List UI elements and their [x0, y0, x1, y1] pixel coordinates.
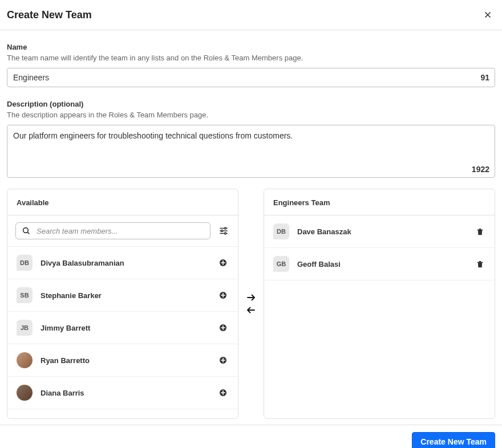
name-char-count: 91 [480, 73, 489, 82]
list-item: JBJimmy Barrett [7, 312, 238, 344]
remove-member-button[interactable] [475, 226, 485, 237]
avatar: DB [17, 255, 33, 271]
list-item: DBDivya Balasubramanian [7, 247, 238, 279]
search-input[interactable] [37, 227, 204, 235]
avatar: DB [273, 223, 289, 239]
trash-icon [476, 260, 484, 268]
member-name: Jimmy Barrett [41, 324, 209, 332]
member-name: Stephanie Barker [41, 291, 209, 300]
team-list[interactable]: DBDave BanaszakGBGeoff Balasi [264, 215, 495, 418]
arrow-left-icon [245, 305, 257, 315]
team-name-input[interactable] [7, 68, 495, 87]
name-label: Name [7, 43, 495, 51]
name-hint: The team name will identify the team in … [7, 54, 495, 62]
filter-icon [218, 226, 229, 236]
member-name: Ryan Barretto [41, 356, 209, 365]
close-button[interactable] [480, 7, 495, 22]
list-item: DBDave Banaszak [264, 215, 495, 248]
avatar [17, 385, 33, 401]
filter-button[interactable] [217, 225, 230, 237]
close-icon [483, 10, 493, 20]
transfer-arrows [245, 292, 257, 315]
trash-icon [476, 227, 484, 236]
add-member-button[interactable] [217, 290, 229, 301]
available-panel: Available DBDivya BalasubramanianSBSteph… [7, 189, 238, 419]
team-panel: Engineers Team DBDave BanaszakGBGeoff Ba… [264, 189, 495, 419]
add-member-button[interactable] [217, 355, 229, 366]
add-member-button[interactable] [217, 387, 229, 398]
available-title: Available [7, 189, 238, 215]
svg-point-1 [225, 227, 226, 229]
add-icon [218, 258, 228, 267]
modal-title: Create New Team [7, 9, 92, 21]
svg-point-2 [221, 230, 223, 232]
avatar [17, 352, 33, 368]
avatar: SB [17, 287, 33, 303]
list-item: Ryan Barretto [7, 344, 238, 377]
add-member-button[interactable] [217, 257, 229, 268]
add-icon [218, 291, 228, 300]
description-label: Description (optional) [7, 100, 495, 108]
member-name: Geoff Balasi [297, 260, 467, 268]
member-name: Diana Barris [41, 389, 209, 397]
avatar: GB [273, 256, 289, 272]
add-icon [218, 323, 228, 332]
add-member-button[interactable] [217, 322, 229, 333]
available-list[interactable]: DBDivya BalasubramanianSBStephanie Barke… [7, 247, 238, 418]
svg-point-3 [225, 233, 226, 234]
description-char-count: 1922 [472, 165, 489, 174]
member-name: Dave Banaszak [297, 227, 467, 236]
add-icon [218, 356, 228, 365]
description-hint: The description appears in the Roles & T… [7, 111, 495, 119]
team-title: Engineers Team [264, 189, 495, 215]
svg-point-0 [23, 228, 29, 233]
list-item: Diana Barris [7, 377, 238, 409]
list-item: SBStephanie Barker [7, 279, 238, 312]
arrow-right-icon [245, 292, 257, 303]
add-icon [218, 388, 228, 397]
team-description-input[interactable] [7, 125, 495, 178]
search-icon [22, 226, 31, 235]
avatar: JB [17, 320, 33, 336]
member-name: Divya Balasubramanian [41, 259, 209, 267]
create-team-button[interactable]: Create New Team [412, 432, 495, 448]
search-box[interactable] [15, 222, 210, 239]
remove-member-button[interactable] [475, 259, 485, 270]
list-item: GBGeoff Balasi [264, 248, 495, 280]
